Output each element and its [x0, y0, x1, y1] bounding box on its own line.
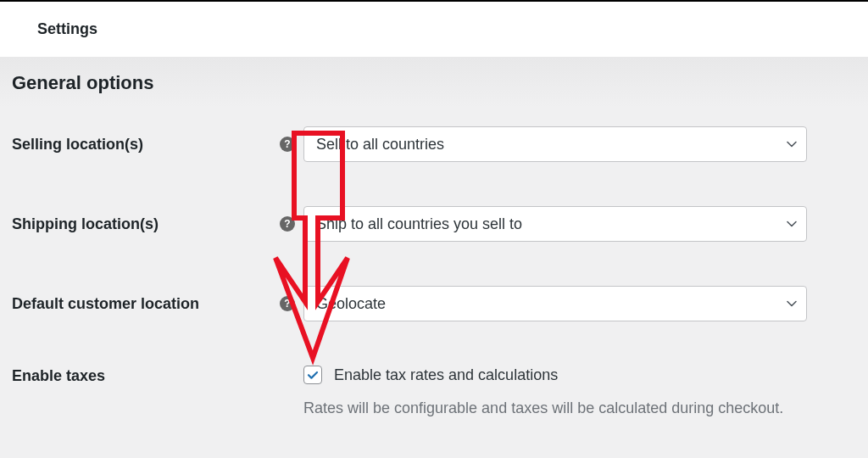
shipping-location-value: Ship to all countries you sell to: [316, 215, 522, 233]
selling-location-value: Sell to all countries: [316, 136, 444, 154]
help-icon[interactable]: ?: [280, 296, 295, 311]
row-shipping-location: Shipping location(s) ? Ship to all count…: [12, 206, 856, 242]
help-icon[interactable]: ?: [280, 137, 295, 152]
enable-taxes-checkbox[interactable]: [303, 366, 322, 384]
shipping-location-label: Shipping location(s): [12, 215, 159, 233]
checkmark-icon: [306, 368, 320, 382]
settings-content: General options Selling location(s) ? Se…: [0, 57, 868, 438]
row-default-customer-location: Default customer location ? Geolocate: [12, 286, 856, 321]
help-icon[interactable]: ?: [280, 216, 295, 232]
enable-taxes-description: Rates will be configurable and taxes wil…: [303, 399, 807, 417]
default-customer-location-select[interactable]: Geolocate: [303, 286, 807, 321]
page-title: Settings: [37, 20, 831, 38]
selling-location-select[interactable]: Sell to all countries: [303, 126, 807, 162]
enable-taxes-checkbox-label: Enable tax rates and calculations: [334, 366, 558, 384]
default-customer-location-label: Default customer location: [12, 295, 199, 313]
row-enable-taxes: Enable taxes Enable tax rates and calcul…: [12, 366, 856, 417]
selling-location-label: Selling location(s): [12, 136, 143, 154]
default-customer-location-value: Geolocate: [316, 295, 386, 313]
section-heading: General options: [12, 72, 856, 94]
enable-taxes-label: Enable taxes: [12, 367, 105, 385]
page-header: Settings: [0, 2, 868, 57]
shipping-location-select[interactable]: Ship to all countries you sell to: [303, 206, 807, 242]
row-selling-location: Selling location(s) ? Sell to all countr…: [12, 126, 856, 162]
